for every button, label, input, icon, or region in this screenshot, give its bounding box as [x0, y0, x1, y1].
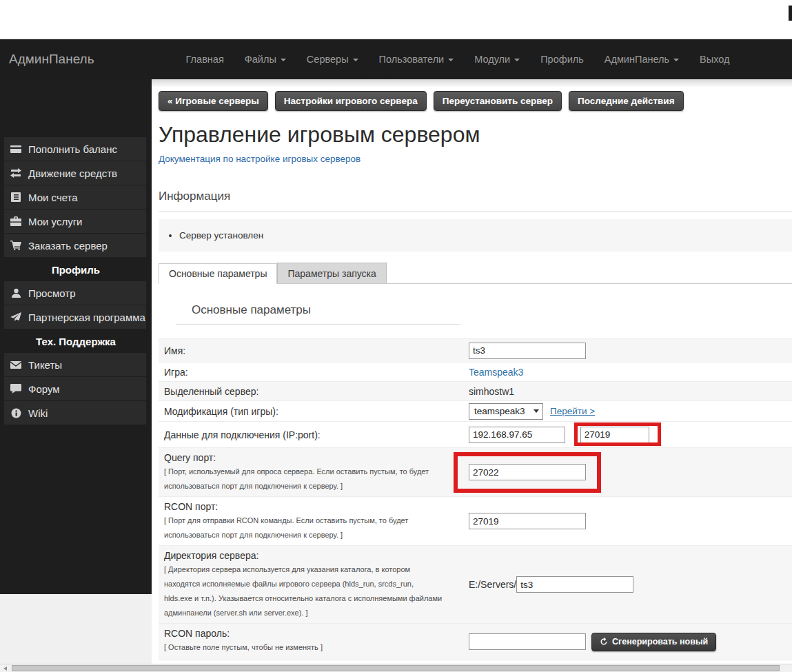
rcon-port-hint: [ Порт для отправки RCON команды. Если о…: [164, 513, 443, 542]
form-row-modification: Модификация (тип игры): teamspeak3 Перей…: [159, 400, 792, 421]
chevron-down-icon: [448, 59, 454, 61]
invoice-icon: [10, 192, 22, 202]
sidebar-item-my-services[interactable]: Мои услуги: [4, 210, 146, 233]
sidebar-item-order-server[interactable]: Заказать сервер: [4, 234, 146, 257]
sidebar-item-my-invoices[interactable]: Мои счета: [4, 185, 146, 209]
nav-item-profile[interactable]: Профиль: [530, 39, 594, 79]
directory-prefix: E:/Servers/: [469, 579, 516, 590]
form-row-game: Игра: Teamspeak3: [159, 362, 792, 381]
info-well: Сервер установлен: [159, 219, 792, 252]
dedicated-server-label: Выделенный сервер:: [164, 386, 258, 397]
left-sidebar: Пополнить баланс Движение средств Мои сч…: [0, 79, 152, 594]
scrollbar-thumb[interactable]: [12, 665, 780, 671]
chevron-down-icon: [281, 59, 286, 61]
tab-launch-parameters[interactable]: Параметры запуска: [277, 263, 386, 283]
scrollbar-fragment: [789, 6, 792, 21]
name-input[interactable]: [469, 343, 586, 359]
content-top-gradient: [152, 79, 792, 87]
server-directory-hint: [ Директория сервера используется для ук…: [164, 562, 443, 620]
briefcase-icon: [10, 216, 22, 226]
rcon-password-label: RCON пароль:: [164, 628, 462, 639]
tab-main-parameters[interactable]: Основные параметры: [159, 263, 277, 284]
scroll-left-arrow-icon[interactable]: [3, 666, 7, 671]
goto-link[interactable]: Перейти >: [550, 406, 595, 416]
server-settings-form: Имя: Игра: Teamspeak3 Выделенный сервер:…: [159, 338, 792, 664]
chevron-down-icon: [534, 409, 539, 413]
ip-port-separator: :: [575, 429, 578, 440]
connection-data-label: Данные для подключения (IP:port):: [164, 429, 321, 440]
form-row-rcon-port: RCON порт: [ Порт для отправки RCON кома…: [159, 496, 792, 545]
generate-password-button[interactable]: Сгенерировать новый: [591, 633, 716, 651]
server-toolbar: « Игровые серверы Настройки игрового сер…: [159, 91, 792, 111]
game-link[interactable]: Teamspeak3: [469, 367, 523, 378]
info-icon: [10, 408, 22, 418]
envelope-icon: [10, 360, 22, 369]
form-row-query-port: Query порт: [ Порт, используемый для опр…: [159, 447, 792, 496]
dedicated-server-value: simhostw1: [469, 386, 514, 397]
nav-item-servers[interactable]: Серверы: [296, 39, 369, 79]
server-directory-input[interactable]: [516, 576, 633, 593]
top-navbar: АдминПанель Главная Файлы Серверы Пользо…: [0, 39, 792, 79]
query-port-input[interactable]: [469, 464, 586, 480]
sidebar-item-tickets[interactable]: Тикеты: [4, 353, 146, 376]
nav-item-users[interactable]: Пользователи: [369, 39, 465, 79]
form-row-dedicated-server: Выделенный сервер: simhostw1: [159, 381, 792, 400]
reinstall-server-button[interactable]: Переустановить сервер: [434, 91, 562, 111]
page-title: Управление игровым сервером: [159, 122, 792, 147]
info-item: Сервер установлен: [179, 230, 263, 241]
modification-label: Модификация (тип игры):: [164, 406, 278, 417]
user-icon: [10, 288, 22, 298]
chevron-down-icon: [353, 59, 358, 61]
navbar-menu: Главная Файлы Серверы Пользователи Модул…: [176, 39, 740, 79]
rcon-port-input[interactable]: [469, 513, 586, 529]
main-content: « Игровые серверы Настройки игрового сер…: [152, 79, 792, 664]
sidebar-item-wiki[interactable]: Wiki: [4, 401, 146, 425]
ip-input[interactable]: [469, 427, 565, 443]
nav-item-adminpanel[interactable]: АдминПанель: [594, 39, 689, 79]
back-to-game-servers-button[interactable]: « Игровые серверы: [159, 91, 268, 111]
sidebar-item-funds-movement[interactable]: Движение средств: [4, 161, 146, 185]
chevron-down-icon: [673, 59, 679, 61]
form-row-server-directory: Директория сервера: [ Директория сервера…: [159, 545, 792, 623]
server-directory-label: Директория сервера:: [164, 550, 462, 561]
main-parameters-heading: Основные параметры: [176, 303, 460, 325]
browser-top-strip: [0, 0, 792, 39]
info-section-heading: Информация: [159, 190, 792, 212]
horizontal-scrollbar[interactable]: [0, 664, 792, 672]
rcon-password-input[interactable]: [469, 633, 586, 650]
exchange-icon: [10, 168, 22, 178]
nav-item-modules[interactable]: Модули: [464, 39, 530, 79]
game-label: Игра:: [164, 367, 188, 378]
sidebar-item-topup-balance[interactable]: Пополнить баланс: [4, 137, 146, 161]
admin-panel-screen: АдминПанель Главная Файлы Серверы Пользо…: [0, 0, 792, 672]
sidebar-header-profile: Профиль: [0, 258, 152, 281]
sidebar-footer-area: [0, 594, 152, 664]
modification-select[interactable]: teamspeak3: [469, 403, 543, 420]
sidebar-header-support: Тех. Поддержка: [0, 329, 152, 353]
form-row-rcon-password: RCON пароль: [ Оставьте поле пустым, что…: [159, 623, 792, 660]
sidebar-item-view-profile[interactable]: Просмотр: [4, 281, 146, 305]
port-input[interactable]: [580, 427, 649, 443]
query-port-label: Query порт:: [164, 452, 462, 463]
refresh-icon: [600, 638, 608, 646]
documentation-link[interactable]: Документация по настройке игровых сервер…: [159, 154, 361, 164]
comment-icon: [10, 384, 22, 394]
sidebar-item-forum[interactable]: Форум: [4, 377, 146, 400]
rcon-port-label: RCON порт:: [164, 501, 462, 512]
sidebar-item-affiliate-program[interactable]: Партнерская программа: [4, 305, 146, 329]
game-server-settings-button[interactable]: Настройки игрового сервера: [275, 91, 427, 111]
form-row-connection-data: Данные для подключения (IP:port): :: [159, 421, 792, 447]
settings-tabs: Основные параметры Параметры запуска: [159, 263, 792, 284]
recent-actions-button[interactable]: Последние действия: [569, 91, 683, 111]
form-row-name: Имя:: [159, 338, 792, 362]
chevron-down-icon: [514, 59, 520, 61]
paper-plane-icon: [10, 312, 22, 322]
brand-title[interactable]: АдминПанель: [9, 52, 94, 67]
credit-card-icon: [10, 144, 22, 154]
nav-item-main[interactable]: Главная: [176, 39, 234, 79]
nav-item-logout[interactable]: Выход: [689, 39, 740, 79]
name-label: Имя:: [164, 345, 185, 356]
query-port-hint: [ Порт, используемый для опроса сервера.…: [164, 465, 443, 493]
rcon-password-hint: [ Оставьте поле пустым, чтобы не изменят…: [164, 640, 443, 655]
nav-item-files[interactable]: Файлы: [234, 39, 296, 79]
